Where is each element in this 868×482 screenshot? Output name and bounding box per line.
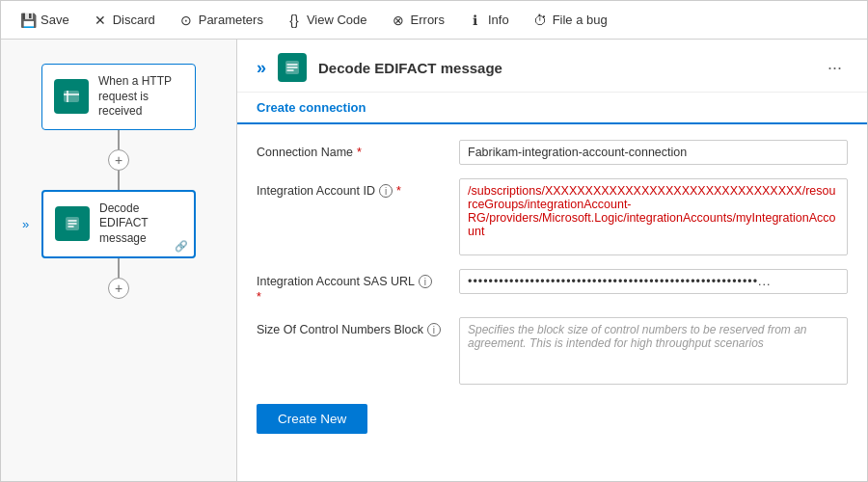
control-numbers-info-icon[interactable]: i [427,323,441,336]
sas-url-input[interactable]: ••••••••••••••••••••••••••••••••••••••••… [459,269,848,294]
parameters-label: Parameters [199,13,263,27]
integration-account-id-row: Integration Account ID i * /subscription… [257,178,848,255]
view-code-icon: {} [286,13,302,28]
action-title: Decode EDIFACT message [318,60,810,76]
decode-node-label: Decode EDIFACT message [99,201,182,247]
discard-button[interactable]: ✕ Discard [83,9,165,32]
form-body: Connection Name * Integration Account ID… [237,124,867,482]
integration-account-id-required: * [396,184,401,198]
connector-1: + [108,130,129,190]
sas-url-label-group: Integration Account SAS URL i * [257,269,449,304]
create-new-button[interactable]: Create New [257,404,367,434]
http-node-icon [54,79,89,114]
tab-bar: Create connection [237,93,867,124]
add-step-button-2[interactable]: + [108,278,129,299]
parameters-icon: ⊙ [178,13,194,28]
errors-icon: ⊗ [391,13,406,28]
sas-url-required: * [257,290,432,304]
integration-account-id-info-icon[interactable]: i [379,184,393,198]
decode-node-icon [55,206,90,241]
svg-rect-0 [64,91,79,102]
connection-name-row: Connection Name * [257,140,848,165]
main-area: When a HTTP request is received + » Deco… [1,40,867,482]
control-numbers-input[interactable]: Specifies the block size of control numb… [459,317,848,385]
control-numbers-row: Size Of Control Numbers Block i Specifie… [257,317,848,385]
workflow-canvas: When a HTTP request is received + » Deco… [1,40,237,482]
action-more-button[interactable]: ··· [822,56,848,80]
action-header-icon [278,53,307,82]
sas-url-info-icon[interactable]: i [419,275,432,288]
integration-account-id-input[interactable]: /subscriptions/XXXXXXXXXXXXXXXXXXXXXXXXX… [459,178,848,255]
view-code-button[interactable]: {} View Code [277,9,377,32]
sas-url-row: Integration Account SAS URL i * ••••••••… [257,269,848,304]
parameters-button[interactable]: ⊙ Parameters [169,9,273,32]
action-header: » Decode EDIFACT message ··· [237,40,867,93]
connection-name-input[interactable] [459,140,848,165]
control-numbers-label-group: Size Of Control Numbers Block i [257,317,449,336]
bug-icon: ⏱ [532,13,548,28]
info-label: Info [488,13,509,27]
http-node-label: When a HTTP request is received [98,74,183,120]
sas-url-label: Integration Account SAS URL [257,275,415,288]
save-button[interactable]: 💾 Save [11,9,79,32]
errors-button[interactable]: ⊗ Errors [381,9,454,32]
link-icon: 🔗 [175,240,188,253]
file-bug-button[interactable]: ⏱ File a bug [523,9,617,32]
connector-line-2 [118,171,120,190]
file-bug-label: File a bug [553,13,608,27]
connector-2: + [108,258,129,299]
right-panel: » Decode EDIFACT message ··· Create conn… [237,40,867,482]
save-icon: 💾 [20,13,36,28]
toolbar: 💾 Save ✕ Discard ⊙ Parameters {} View Co… [1,1,867,40]
info-button[interactable]: ℹ Info [458,9,519,32]
info-icon: ℹ [468,13,483,28]
add-step-button-1[interactable]: + [108,149,129,171]
connection-name-required: * [357,146,362,159]
decode-node[interactable]: » Decode EDIFACT message 🔗 [41,190,196,258]
tab-create-connection[interactable]: Create connection [257,93,366,124]
save-label: Save [41,13,69,27]
integration-account-id-label: Integration Account ID [257,184,375,198]
expand-chevrons: » [257,58,266,78]
control-numbers-label: Size Of Control Numbers Block [257,323,423,336]
discard-label: Discard [113,13,155,27]
http-node[interactable]: When a HTTP request is received [41,64,196,130]
errors-label: Errors [411,13,445,27]
view-code-label: View Code [307,13,367,27]
connection-name-label: Connection Name * [257,140,449,159]
connector-line-1 [118,130,120,149]
expand-arrows: » [22,217,29,231]
discard-icon: ✕ [93,13,108,28]
connector-line-3 [118,258,120,278]
integration-account-id-label-group: Integration Account ID i * [257,178,449,198]
